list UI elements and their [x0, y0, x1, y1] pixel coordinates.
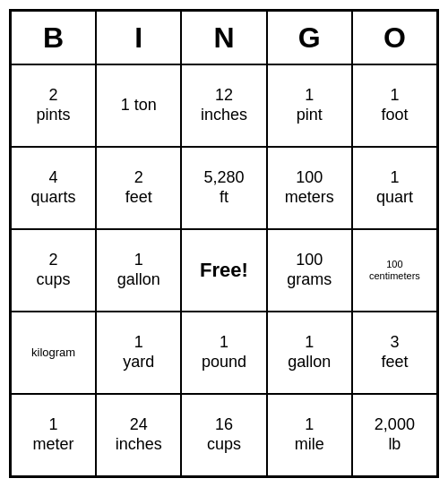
cell-r1-c5: 1 foot: [352, 64, 437, 147]
header-o: O: [352, 11, 437, 64]
header-g: G: [267, 11, 352, 64]
cell-r1-c1: 2 pints: [11, 64, 96, 147]
cell-r5-c5: 2,000 lb: [352, 394, 437, 476]
cell-r4-c5: 3 feet: [352, 312, 437, 394]
cell-r2-c5: 1 quart: [352, 147, 437, 229]
cell-r1-c4: 1 pint: [267, 64, 352, 147]
bingo-card: B I N G O 2 pints1 ton12 inches1 pint1 f…: [9, 9, 439, 478]
header-n: N: [181, 11, 266, 64]
cell-r1-c3: 12 inches: [181, 64, 266, 147]
cell-r4-c4: 1 gallon: [267, 312, 352, 394]
header-i: I: [96, 11, 181, 64]
cell-r3-c5: 100 centimeters: [352, 229, 437, 312]
cell-r4-c1: kilogram: [11, 312, 96, 394]
cell-r3-c1: 2 cups: [11, 229, 96, 312]
cell-r2-c3: 5,280 ft: [181, 147, 266, 229]
cell-r1-c2: 1 ton: [96, 64, 181, 147]
header-b: B: [11, 11, 96, 64]
cell-r4-c2: 1 yard: [96, 312, 181, 394]
cell-r3-c3: Free!: [181, 229, 266, 312]
cell-r5-c4: 1 mile: [267, 394, 352, 476]
cell-r3-c2: 1 gallon: [96, 229, 181, 312]
cell-r5-c3: 16 cups: [181, 394, 266, 476]
cell-r2-c1: 4 quarts: [11, 147, 96, 229]
cell-r4-c3: 1 pound: [181, 312, 266, 394]
cell-r5-c1: 1 meter: [11, 394, 96, 476]
cell-r2-c2: 2 feet: [96, 147, 181, 229]
cell-r2-c4: 100 meters: [267, 147, 352, 229]
cell-r3-c4: 100 grams: [267, 229, 352, 312]
cell-r5-c2: 24 inches: [96, 394, 181, 476]
